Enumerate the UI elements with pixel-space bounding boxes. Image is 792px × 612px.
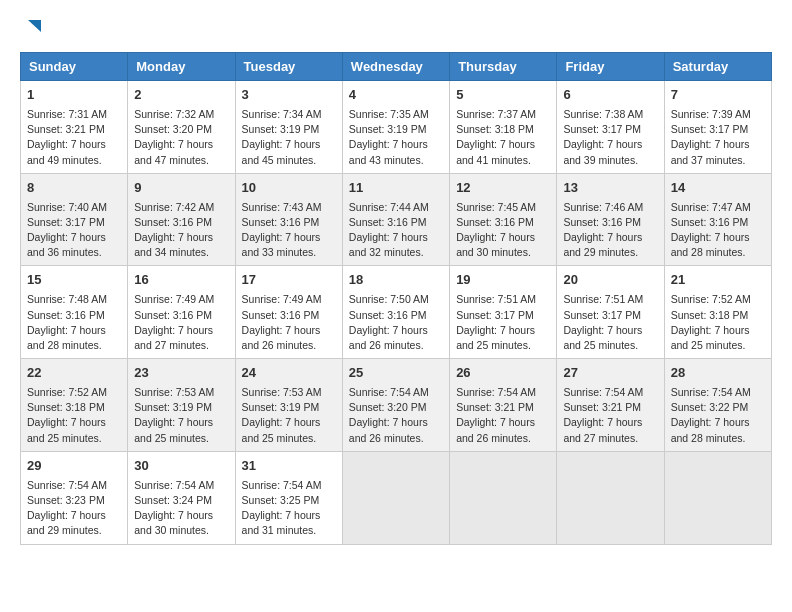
calendar-cell: 19Sunrise: 7:51 AMSunset: 3:17 PMDayligh… (450, 266, 557, 359)
daylight-text: Daylight: 7 hours and 28 minutes. (671, 230, 765, 260)
day-number: 12 (456, 179, 550, 198)
calendar-week-row: 29Sunrise: 7:54 AMSunset: 3:23 PMDayligh… (21, 451, 772, 544)
day-number: 2 (134, 86, 228, 105)
calendar-cell: 7Sunrise: 7:39 AMSunset: 3:17 PMDaylight… (664, 81, 771, 174)
calendar-cell: 26Sunrise: 7:54 AMSunset: 3:21 PMDayligh… (450, 359, 557, 452)
daylight-text: Daylight: 7 hours and 30 minutes. (456, 230, 550, 260)
sunrise-text: Sunrise: 7:42 AM (134, 200, 228, 215)
calendar-cell: 24Sunrise: 7:53 AMSunset: 3:19 PMDayligh… (235, 359, 342, 452)
sunrise-text: Sunrise: 7:40 AM (27, 200, 121, 215)
calendar-cell: 1Sunrise: 7:31 AMSunset: 3:21 PMDaylight… (21, 81, 128, 174)
sunset-text: Sunset: 3:17 PM (563, 308, 657, 323)
sunset-text: Sunset: 3:20 PM (349, 400, 443, 415)
page-header (20, 20, 772, 36)
day-number: 25 (349, 364, 443, 383)
daylight-text: Daylight: 7 hours and 28 minutes. (27, 323, 121, 353)
sunset-text: Sunset: 3:16 PM (671, 215, 765, 230)
calendar-cell: 2Sunrise: 7:32 AMSunset: 3:20 PMDaylight… (128, 81, 235, 174)
calendar-cell: 21Sunrise: 7:52 AMSunset: 3:18 PMDayligh… (664, 266, 771, 359)
sunrise-text: Sunrise: 7:32 AM (134, 107, 228, 122)
daylight-text: Daylight: 7 hours and 29 minutes. (27, 508, 121, 538)
day-of-week-header: Wednesday (342, 53, 449, 81)
daylight-text: Daylight: 7 hours and 26 minutes. (242, 323, 336, 353)
day-number: 7 (671, 86, 765, 105)
sunrise-text: Sunrise: 7:49 AM (242, 292, 336, 307)
daylight-text: Daylight: 7 hours and 31 minutes. (242, 508, 336, 538)
sunset-text: Sunset: 3:18 PM (456, 122, 550, 137)
sunrise-text: Sunrise: 7:35 AM (349, 107, 443, 122)
daylight-text: Daylight: 7 hours and 25 minutes. (671, 323, 765, 353)
sunrise-text: Sunrise: 7:39 AM (671, 107, 765, 122)
sunrise-text: Sunrise: 7:54 AM (563, 385, 657, 400)
daylight-text: Daylight: 7 hours and 49 minutes. (27, 137, 121, 167)
day-number: 4 (349, 86, 443, 105)
sunset-text: Sunset: 3:16 PM (27, 308, 121, 323)
day-number: 1 (27, 86, 121, 105)
day-of-week-header: Friday (557, 53, 664, 81)
sunset-text: Sunset: 3:17 PM (456, 308, 550, 323)
sunrise-text: Sunrise: 7:34 AM (242, 107, 336, 122)
sunrise-text: Sunrise: 7:50 AM (349, 292, 443, 307)
calendar-week-row: 22Sunrise: 7:52 AMSunset: 3:18 PMDayligh… (21, 359, 772, 452)
day-of-week-header: Saturday (664, 53, 771, 81)
calendar-cell: 10Sunrise: 7:43 AMSunset: 3:16 PMDayligh… (235, 173, 342, 266)
daylight-text: Daylight: 7 hours and 26 minutes. (456, 415, 550, 445)
sunrise-text: Sunrise: 7:51 AM (456, 292, 550, 307)
daylight-text: Daylight: 7 hours and 30 minutes. (134, 508, 228, 538)
calendar-cell: 9Sunrise: 7:42 AMSunset: 3:16 PMDaylight… (128, 173, 235, 266)
calendar-cell: 22Sunrise: 7:52 AMSunset: 3:18 PMDayligh… (21, 359, 128, 452)
calendar-cell: 13Sunrise: 7:46 AMSunset: 3:16 PMDayligh… (557, 173, 664, 266)
daylight-text: Daylight: 7 hours and 32 minutes. (349, 230, 443, 260)
day-number: 16 (134, 271, 228, 290)
sunset-text: Sunset: 3:21 PM (456, 400, 550, 415)
daylight-text: Daylight: 7 hours and 36 minutes. (27, 230, 121, 260)
sunset-text: Sunset: 3:22 PM (671, 400, 765, 415)
sunrise-text: Sunrise: 7:51 AM (563, 292, 657, 307)
day-number: 5 (456, 86, 550, 105)
calendar-cell: 17Sunrise: 7:49 AMSunset: 3:16 PMDayligh… (235, 266, 342, 359)
day-number: 3 (242, 86, 336, 105)
daylight-text: Daylight: 7 hours and 45 minutes. (242, 137, 336, 167)
calendar-header-row: SundayMondayTuesdayWednesdayThursdayFrid… (21, 53, 772, 81)
day-of-week-header: Monday (128, 53, 235, 81)
day-number: 27 (563, 364, 657, 383)
sunset-text: Sunset: 3:16 PM (349, 308, 443, 323)
calendar-cell: 4Sunrise: 7:35 AMSunset: 3:19 PMDaylight… (342, 81, 449, 174)
daylight-text: Daylight: 7 hours and 43 minutes. (349, 137, 443, 167)
calendar-cell: 14Sunrise: 7:47 AMSunset: 3:16 PMDayligh… (664, 173, 771, 266)
sunset-text: Sunset: 3:17 PM (27, 215, 121, 230)
day-number: 11 (349, 179, 443, 198)
sunrise-text: Sunrise: 7:54 AM (456, 385, 550, 400)
day-number: 19 (456, 271, 550, 290)
calendar-cell: 18Sunrise: 7:50 AMSunset: 3:16 PMDayligh… (342, 266, 449, 359)
daylight-text: Daylight: 7 hours and 25 minutes. (563, 323, 657, 353)
day-number: 9 (134, 179, 228, 198)
sunrise-text: Sunrise: 7:53 AM (242, 385, 336, 400)
sunset-text: Sunset: 3:17 PM (563, 122, 657, 137)
sunrise-text: Sunrise: 7:54 AM (671, 385, 765, 400)
calendar-cell: 29Sunrise: 7:54 AMSunset: 3:23 PMDayligh… (21, 451, 128, 544)
daylight-text: Daylight: 7 hours and 26 minutes. (349, 323, 443, 353)
day-number: 23 (134, 364, 228, 383)
logo-icon (23, 18, 41, 36)
calendar-week-row: 15Sunrise: 7:48 AMSunset: 3:16 PMDayligh… (21, 266, 772, 359)
sunset-text: Sunset: 3:16 PM (242, 215, 336, 230)
sunrise-text: Sunrise: 7:54 AM (242, 478, 336, 493)
sunset-text: Sunset: 3:19 PM (242, 122, 336, 137)
day-number: 18 (349, 271, 443, 290)
day-number: 24 (242, 364, 336, 383)
daylight-text: Daylight: 7 hours and 27 minutes. (134, 323, 228, 353)
sunrise-text: Sunrise: 7:45 AM (456, 200, 550, 215)
day-of-week-header: Tuesday (235, 53, 342, 81)
calendar-cell (664, 451, 771, 544)
day-number: 30 (134, 457, 228, 476)
calendar-cell: 23Sunrise: 7:53 AMSunset: 3:19 PMDayligh… (128, 359, 235, 452)
day-number: 22 (27, 364, 121, 383)
sunset-text: Sunset: 3:18 PM (27, 400, 121, 415)
daylight-text: Daylight: 7 hours and 34 minutes. (134, 230, 228, 260)
daylight-text: Daylight: 7 hours and 25 minutes. (134, 415, 228, 445)
sunset-text: Sunset: 3:20 PM (134, 122, 228, 137)
daylight-text: Daylight: 7 hours and 33 minutes. (242, 230, 336, 260)
day-number: 13 (563, 179, 657, 198)
sunrise-text: Sunrise: 7:54 AM (134, 478, 228, 493)
